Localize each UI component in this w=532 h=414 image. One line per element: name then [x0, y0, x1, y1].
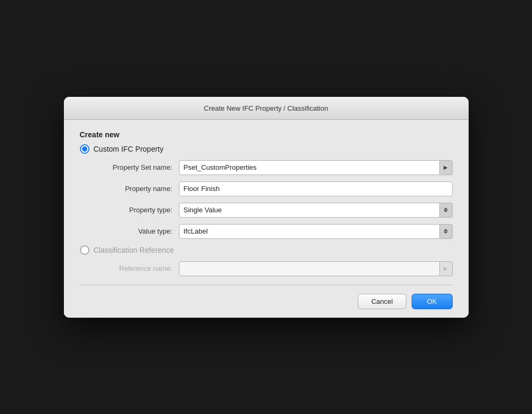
property-set-name-arrow-btn[interactable]: ▶: [440, 160, 453, 175]
classification-form-section: Reference name: ▶: [94, 261, 453, 276]
property-set-name-label: Property Set name:: [94, 163, 179, 171]
reference-name-input-group: ▶: [179, 261, 453, 276]
value-type-select-group: IfcLabel IfcText IfcReal IfcInteger IfcB…: [179, 224, 453, 239]
classification-radio-btn[interactable]: [80, 245, 89, 255]
property-type-select-group: Single Value Enumerated Value Bounded Va…: [179, 203, 453, 218]
property-set-name-input-group: ▶: [179, 160, 453, 175]
dialog-titlebar: Create New IFC Property / Classification: [64, 97, 469, 120]
reference-name-row: Reference name: ▶: [94, 261, 453, 276]
custom-ifc-radio-btn[interactable]: [80, 144, 89, 154]
value-type-row: Value type: IfcLabel IfcText IfcReal Ifc…: [94, 224, 453, 239]
property-set-name-row: Property Set name: ▶: [94, 160, 453, 175]
property-type-row: Property type: Single Value Enumerated V…: [94, 203, 453, 218]
dialog-body: Create new Custom IFC Property Property …: [64, 120, 469, 285]
property-name-input[interactable]: [179, 181, 453, 196]
dialog-title: Create New IFC Property / Classification: [204, 104, 328, 112]
classification-radio-label: Classification Reference: [94, 246, 174, 254]
value-type-stepper[interactable]: [440, 224, 453, 239]
property-type-chevron-up: [444, 208, 448, 210]
custom-ifc-radio-label: Custom IFC Property: [94, 145, 163, 153]
property-set-name-input[interactable]: [179, 160, 440, 175]
value-type-chevron-down: [444, 231, 448, 234]
property-name-label: Property name:: [94, 185, 179, 193]
custom-ifc-radio[interactable]: Custom IFC Property: [80, 144, 453, 154]
cancel-button[interactable]: Cancel: [358, 294, 406, 309]
classification-radio[interactable]: Classification Reference: [80, 245, 453, 255]
property-name-input-group: [179, 181, 453, 196]
dialog-footer: Cancel OK: [64, 285, 469, 318]
property-name-row: Property name:: [94, 181, 453, 196]
property-type-select[interactable]: Single Value Enumerated Value Bounded Va…: [179, 203, 440, 218]
value-type-label: Value type:: [94, 227, 179, 235]
reference-name-label: Reference name:: [94, 264, 179, 272]
value-type-chevron-up: [444, 229, 448, 231]
property-type-chevron-down: [444, 210, 448, 212]
custom-ifc-form-section: Property Set name: ▶ Property name: Prop…: [94, 160, 453, 239]
ok-button[interactable]: OK: [412, 294, 453, 309]
property-type-stepper[interactable]: [440, 203, 453, 218]
create-ifc-property-dialog: Create New IFC Property / Classification…: [64, 97, 469, 318]
reference-name-arrow-btn: ▶: [440, 261, 453, 276]
reference-name-input: [179, 261, 440, 276]
property-type-label: Property type:: [94, 206, 179, 214]
value-type-select[interactable]: IfcLabel IfcText IfcReal IfcInteger IfcB…: [179, 224, 440, 239]
create-new-label: Create new: [80, 130, 453, 139]
